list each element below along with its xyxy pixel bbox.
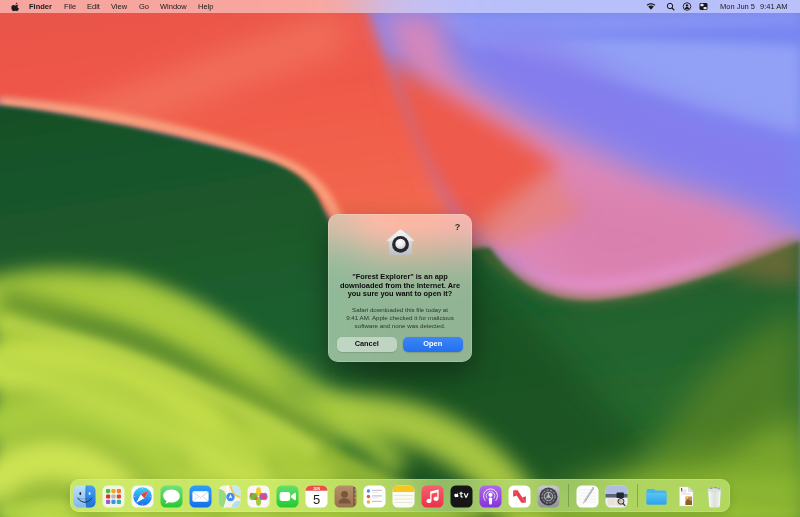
svg-text:5: 5 — [313, 491, 320, 506]
svg-text:JUN: JUN — [313, 486, 320, 490]
